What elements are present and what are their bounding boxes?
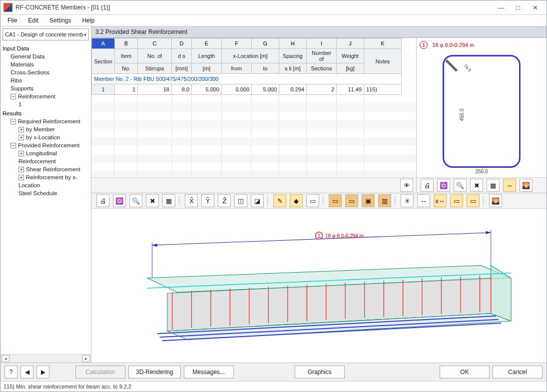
cell-weight[interactable]: 11.49 [337,84,364,95]
col-header-D[interactable]: D [172,38,192,49]
col-header-I[interactable]: I [307,38,337,49]
find-icon[interactable]: 🔯 [113,194,126,207]
graphics-button[interactable]: Graphics [295,366,345,379]
find-icon[interactable]: 🔯 [437,179,450,192]
menu-file[interactable]: File [2,16,22,25]
tree-ribs[interactable]: Ribs [2,76,89,84]
scroll-left-icon[interactable]: ◂ [1,355,9,362]
view-z-icon[interactable]: Z̄ [218,194,231,207]
toggle-1-icon[interactable]: ✎ [273,194,286,207]
close-button[interactable]: ✕ [527,2,544,12]
col-header-J[interactable]: J [337,38,364,49]
view-y-icon[interactable]: Ȳ [201,194,214,207]
col-header-B[interactable]: B [115,38,138,49]
cell-item[interactable]: 1 [115,84,138,95]
cell-section[interactable]: 1 [92,84,115,95]
tree-horizontal-scrollbar[interactable]: ◂ ▸ [0,354,91,363]
tree-general-data[interactable]: General Data [2,52,89,60]
toggle-3-icon[interactable]: ▭ [306,194,319,207]
zoom-cancel-icon[interactable]: ✖ [146,194,159,207]
col-header-E[interactable]: E [192,38,222,49]
display-4-icon[interactable]: ▥ [378,194,391,207]
tree-by-x-location[interactable]: by x-Location [2,133,89,141]
case-selector[interactable]: CA1 - Design of concrete memb ▾ [2,28,89,40]
menu-edit[interactable]: Edit [23,16,43,25]
view-iso-icon[interactable]: ◫ [234,194,247,207]
maximize-button[interactable]: □ [510,2,527,12]
tree-cross-sections[interactable]: Cross-Sections [2,68,89,76]
cell-length[interactable]: 5.000 [192,84,222,95]
prev-button[interactable]: ◀ [20,366,33,379]
calculation-button[interactable]: Calculation [75,366,125,379]
tree-materials[interactable]: Materials [2,60,89,68]
label-section2-icon[interactable]: ▭ [467,194,480,207]
display-3-icon[interactable]: ▣ [362,194,375,207]
print-icon[interactable]: 🖨 [421,179,434,192]
minimize-button[interactable]: — [493,2,510,12]
dimension-toggle-icon[interactable]: ↔ [503,179,516,192]
render-mode-icon[interactable]: 🌄 [520,179,533,192]
zoom-cancel-icon[interactable]: ✖ [470,179,483,192]
3d-rendering-button[interactable]: 3D-Rendering [128,366,181,379]
tree-shear-reinforcement[interactable]: Shear Reinforcement [2,165,89,173]
table-group-row[interactable]: Member No. 2 - Rib FBU 500/475/475/200/2… [92,74,402,84]
table-row[interactable]: 1 1 18 8.0 5.000 0.000 5.000 0.294 2 11.… [92,84,402,95]
tree-results[interactable]: Results [2,109,89,117]
expander-plus-icon[interactable] [18,175,24,180]
cell-stirrups[interactable]: 18 [138,84,172,95]
expander-icon[interactable] [10,143,16,148]
zoom-icon[interactable]: 🔍 [454,179,467,192]
zoom-icon[interactable]: 🔍 [129,194,142,207]
view-x-icon[interactable]: X̄ [185,194,198,207]
eye-icon[interactable]: 👁 [400,179,413,192]
cell-spacing[interactable]: 0.294 [279,84,307,95]
tree-provided-reinforcement[interactable]: Provided Reinforcement [2,141,89,149]
grid-icon[interactable]: ▦ [487,179,500,192]
cancel-button[interactable]: Cancel [493,366,543,379]
grid-icon[interactable]: ▦ [162,194,175,207]
results-table[interactable]: A B C D E F G H I J K [91,38,402,95]
dim-toggle-icon[interactable]: ↔ [417,194,430,207]
tree-input-data[interactable]: Input Data [2,44,89,52]
display-1-icon[interactable]: ▭ [329,194,342,207]
print-icon[interactable]: 🖨 [96,194,109,207]
tree-required-reinforcement[interactable]: Required Reinforcement [2,117,89,125]
col-header-A[interactable]: A [92,38,115,49]
navigator-tree[interactable]: Input Data General Data Materials Cross-… [0,42,91,354]
col-header-C[interactable]: C [138,38,172,49]
col-header-G[interactable]: G [252,38,279,49]
tree-reinforcement[interactable]: Reinforcement [2,92,89,100]
axis-icon[interactable]: ✳ [401,194,414,207]
render-scene-icon[interactable]: 🌄 [489,194,502,207]
view-iso2-icon[interactable]: ◪ [251,194,264,207]
menu-help[interactable]: Help [77,16,99,25]
tree-longitudinal-reinforcement[interactable]: Longitudinal Reinforcement [2,149,89,165]
tree-steel-schedule[interactable]: Steel Schedule [2,189,89,197]
expander-icon[interactable] [10,94,16,99]
expander-plus-icon[interactable] [18,127,24,132]
cell-nsec[interactable]: 2 [307,84,337,95]
cell-notes[interactable]: 115) [364,84,402,95]
cell-from[interactable]: 0.000 [222,84,252,95]
cell-ds[interactable]: 8.0 [172,84,192,95]
expander-icon[interactable] [10,119,16,124]
tree-supports[interactable]: Supports [2,84,89,92]
cell-to[interactable]: 5.000 [252,84,279,95]
col-header-K[interactable]: K [364,38,402,49]
messages-button[interactable]: Messages... [184,366,234,379]
cross-section-view[interactable]: 74.0 456.0 256.0 [417,52,547,177]
label-section-icon[interactable]: ▭ [450,194,463,207]
render-viewport[interactable]: 1 18 φ 8.0-0.294 m [91,209,547,363]
toggle-2-icon[interactable]: ◆ [290,194,303,207]
scroll-right-icon[interactable]: ▸ [82,355,90,362]
help-button[interactable]: ? [4,366,17,379]
ok-button[interactable]: OK [440,366,490,379]
label-x-icon[interactable]: x↔ [434,194,447,207]
expander-plus-icon[interactable] [18,151,24,156]
next-button[interactable]: ▶ [36,366,49,379]
col-header-H[interactable]: H [279,38,307,49]
expander-plus-icon[interactable] [18,167,24,172]
expander-plus-icon[interactable] [18,135,24,140]
col-header-F[interactable]: F [222,38,252,49]
tree-reinforcement-by-x-location[interactable]: Reinforcement by x-Location [2,173,89,189]
